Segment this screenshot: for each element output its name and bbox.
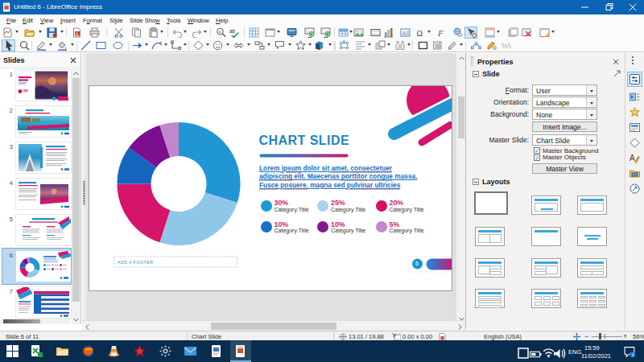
svg-text:1: 1 [632, 352, 634, 357]
svg-text:a: a [218, 29, 221, 34]
svg-text:ab: ab [229, 28, 236, 34]
svg-text:A: A [402, 31, 406, 36]
svg-text:Ω: Ω [416, 29, 422, 38]
svg-text:%: % [502, 42, 508, 50]
svg-text:F: F [437, 28, 444, 38]
svg-text:A: A [630, 154, 635, 162]
